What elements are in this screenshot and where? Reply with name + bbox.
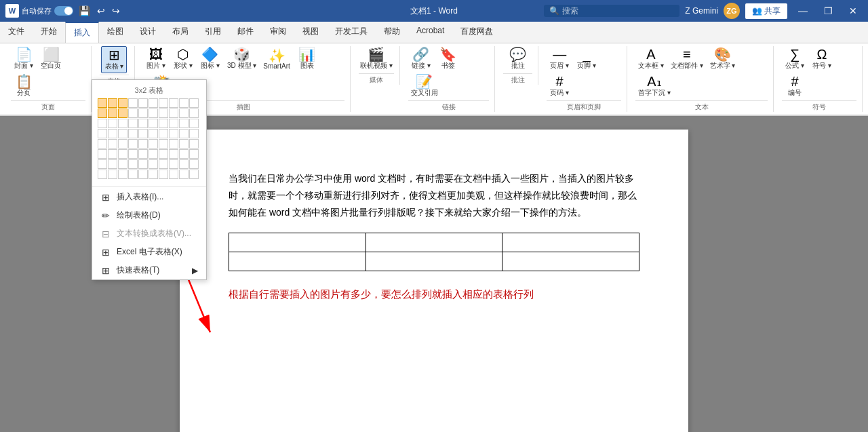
table-cell[interactable]: [229, 233, 366, 252]
grid-cell[interactable]: [118, 109, 127, 118]
ribbon-btn-链接[interactable]: 🔗链接 ▾: [408, 46, 434, 72]
grid-cell[interactable]: [189, 119, 199, 128]
ribbon-btn-公式[interactable]: ∑公式 ▾: [782, 46, 808, 72]
grid-cell[interactable]: [169, 139, 178, 149]
grid-cell[interactable]: [98, 119, 107, 128]
grid-cell[interactable]: [169, 109, 178, 118]
ribbon-tab-文件[interactable]: 文件: [0, 22, 33, 43]
grid-cell[interactable]: [189, 109, 199, 118]
save-button[interactable]: 💾: [76, 4, 93, 18]
ribbon-tab-Acrobat[interactable]: Acrobat: [408, 22, 452, 43]
grid-cell[interactable]: [169, 170, 178, 179]
grid-cell[interactable]: [169, 149, 178, 159]
dropdown-item-快速表格(T)[interactable]: ⊞快速表格(T)▶: [92, 261, 206, 279]
table-cell[interactable]: [502, 233, 639, 252]
grid-cell[interactable]: [169, 98, 178, 108]
ribbon-tab-插入[interactable]: 插入: [65, 22, 99, 43]
grid-cell[interactable]: [189, 170, 199, 179]
grid-cell[interactable]: [108, 109, 117, 118]
grid-cell[interactable]: [128, 98, 138, 108]
grid-cell[interactable]: [108, 98, 117, 108]
grid-cell[interactable]: [159, 129, 168, 138]
ribbon-btn-交叉引用[interactable]: 📝交叉引用: [408, 73, 441, 99]
grid-cell[interactable]: [189, 129, 199, 138]
ribbon-btn-SmartArt[interactable]: ✨SmartArt: [260, 47, 292, 71]
ribbon-btn-空白页[interactable]: ⬜空白页: [38, 46, 64, 72]
undo-button[interactable]: ↩: [94, 4, 108, 18]
table-cell[interactable]: [366, 252, 502, 271]
ribbon-tab-审阅[interactable]: 审阅: [262, 22, 294, 43]
grid-cell[interactable]: [138, 98, 148, 108]
grid-cell[interactable]: [108, 149, 117, 159]
ribbon-btn-编号[interactable]: #编号: [782, 73, 808, 99]
ribbon-tab-引用[interactable]: 引用: [197, 22, 229, 43]
grid-cell[interactable]: [189, 139, 199, 149]
ribbon-btn-3D 模型[interactable]: 🎲3D 模型 ▾: [224, 46, 259, 72]
close-button[interactable]: ✕: [844, 4, 863, 18]
ribbon-btn-书签[interactable]: 🔖书签: [435, 46, 461, 72]
grid-cell[interactable]: [189, 98, 199, 108]
ribbon-btn-封面[interactable]: 📄封面 ▾: [11, 46, 37, 72]
grid-cell[interactable]: [179, 98, 189, 108]
grid-cell[interactable]: [169, 159, 178, 169]
ribbon-tab-设计[interactable]: 设计: [132, 22, 164, 43]
grid-cell[interactable]: [159, 109, 168, 118]
ribbon-btn-首字下沉[interactable]: A₁首字下沉 ▾: [635, 73, 673, 99]
grid-cell[interactable]: [149, 109, 158, 118]
ribbon-tab-开发工具[interactable]: 开发工具: [327, 22, 376, 43]
ribbon-tab-绘图[interactable]: 绘图: [99, 22, 132, 43]
table-cell[interactable]: [366, 233, 502, 252]
grid-cell[interactable]: [189, 159, 199, 169]
grid-cell[interactable]: [138, 119, 148, 128]
grid-cell[interactable]: [149, 170, 158, 179]
grid-cell[interactable]: [118, 129, 127, 138]
ribbon-btn-文本框[interactable]: A文本框 ▾: [635, 46, 667, 72]
dropdown-item-插入表格(I)...[interactable]: ⊞插入表格(I)...: [92, 188, 206, 206]
ribbon-btn-形状[interactable]: ⬡形状 ▾: [170, 46, 196, 72]
grid-cell[interactable]: [118, 139, 127, 149]
grid-cell[interactable]: [179, 129, 189, 138]
grid-cell[interactable]: [128, 139, 138, 149]
ribbon-tab-布局[interactable]: 布局: [164, 22, 197, 43]
grid-cell[interactable]: [98, 170, 107, 179]
search-bar[interactable]: 🔍: [544, 5, 679, 17]
grid-cell[interactable]: [159, 159, 168, 169]
grid-cell[interactable]: [159, 119, 168, 128]
grid-cell[interactable]: [149, 159, 158, 169]
grid-cell[interactable]: [128, 109, 138, 118]
ribbon-btn-图表[interactable]: 📊图表: [294, 46, 320, 72]
ribbon-btn-批注[interactable]: 💬批注: [505, 46, 531, 72]
ribbon-tab-邮件[interactable]: 邮件: [229, 22, 262, 43]
grid-cell[interactable]: [179, 119, 189, 128]
autosave-toggle[interactable]: [54, 6, 73, 16]
ribbon-btn-分页[interactable]: 📋分页: [11, 73, 37, 99]
grid-cell[interactable]: [98, 109, 107, 118]
grid-cell[interactable]: [138, 139, 148, 149]
grid-cell[interactable]: [149, 98, 158, 108]
redo-button[interactable]: ↪: [109, 4, 123, 18]
grid-cell[interactable]: [159, 149, 168, 159]
grid-cell[interactable]: [149, 139, 158, 149]
grid-cell[interactable]: [179, 109, 189, 118]
grid-cell[interactable]: [98, 149, 107, 159]
grid-cell[interactable]: [118, 170, 127, 179]
ribbon-btn-页码[interactable]: #页码 ▾: [547, 73, 572, 99]
search-input[interactable]: [562, 6, 664, 16]
grid-cell[interactable]: [118, 98, 127, 108]
grid-cell[interactable]: [128, 149, 138, 159]
grid-cell[interactable]: [118, 119, 127, 128]
grid-cell[interactable]: [108, 119, 117, 128]
grid-cell[interactable]: [138, 149, 148, 159]
ribbon-btn-文档部件[interactable]: ≡文档部件 ▾: [668, 46, 706, 72]
dropdown-item-Excel 电子表格(X)[interactable]: ⊞Excel 电子表格(X): [92, 243, 206, 261]
grid-cell[interactable]: [149, 119, 158, 128]
grid-cell[interactable]: [138, 170, 148, 179]
grid-cell[interactable]: [149, 149, 158, 159]
grid-cell[interactable]: [108, 170, 117, 179]
restore-button[interactable]: ❐: [818, 4, 838, 18]
grid-cell[interactable]: [128, 129, 138, 138]
grid-cell[interactable]: [179, 139, 189, 149]
grid-cell[interactable]: [108, 139, 117, 149]
ribbon-btn-符号[interactable]: Ω符号 ▾: [809, 46, 835, 72]
ribbon-btn-联机视频[interactable]: 🎬联机视频 ▾: [357, 46, 395, 72]
